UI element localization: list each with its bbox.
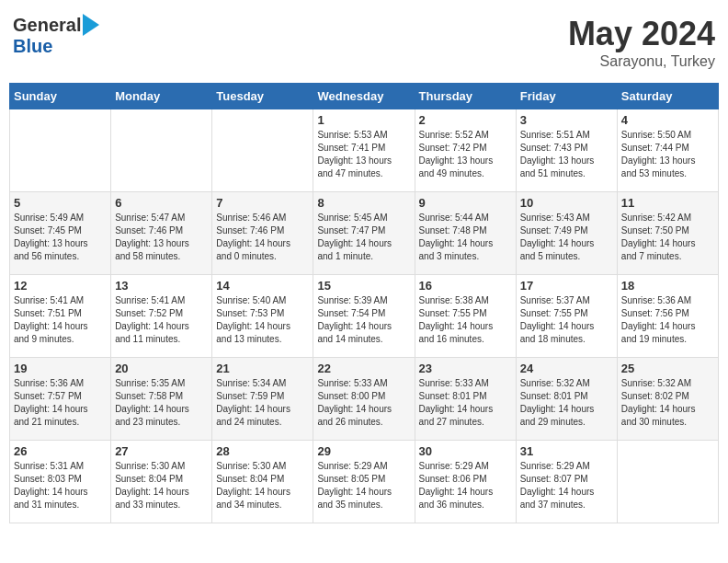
calendar-cell: 26Sunrise: 5:31 AM Sunset: 8:03 PM Dayli… (10, 441, 111, 523)
calendar-week-row: 19Sunrise: 5:36 AM Sunset: 7:57 PM Dayli… (10, 358, 719, 441)
calendar-cell: 21Sunrise: 5:34 AM Sunset: 7:59 PM Dayli… (212, 358, 313, 441)
day-number: 13 (115, 279, 208, 293)
day-info: Sunrise: 5:32 AM Sunset: 8:01 PM Dayligh… (520, 377, 613, 429)
day-number: 8 (317, 196, 410, 210)
day-number: 1 (317, 113, 410, 127)
day-of-week-header: Saturday (617, 84, 718, 109)
day-info: Sunrise: 5:31 AM Sunset: 8:03 PM Dayligh… (14, 460, 107, 511)
calendar-cell: 25Sunrise: 5:32 AM Sunset: 8:02 PM Dayli… (617, 358, 718, 441)
day-number: 6 (115, 196, 208, 210)
day-number: 18 (621, 279, 714, 293)
day-of-week-header: Monday (111, 84, 212, 109)
day-info: Sunrise: 5:38 AM Sunset: 7:55 PM Dayligh… (419, 294, 512, 346)
calendar-cell: 30Sunrise: 5:29 AM Sunset: 8:06 PM Dayli… (415, 441, 516, 523)
day-number: 4 (621, 113, 714, 127)
day-info: Sunrise: 5:34 AM Sunset: 7:59 PM Dayligh… (216, 377, 309, 429)
day-info: Sunrise: 5:50 AM Sunset: 7:44 PM Dayligh… (621, 129, 714, 180)
day-of-week-header: Friday (516, 84, 617, 109)
day-info: Sunrise: 5:51 AM Sunset: 7:43 PM Dayligh… (520, 129, 613, 180)
calendar-cell: 18Sunrise: 5:36 AM Sunset: 7:56 PM Dayli… (617, 275, 718, 358)
logo-blue: Blue (13, 36, 52, 56)
logo-arrow-icon (83, 14, 99, 36)
calendar-cell: 1Sunrise: 5:53 AM Sunset: 7:41 PM Daylig… (313, 109, 415, 192)
calendar-cell: 28Sunrise: 5:30 AM Sunset: 8:04 PM Dayli… (212, 441, 313, 523)
calendar-cell: 29Sunrise: 5:29 AM Sunset: 8:05 PM Dayli… (313, 441, 415, 523)
day-info: Sunrise: 5:53 AM Sunset: 7:41 PM Dayligh… (317, 129, 410, 180)
day-info: Sunrise: 5:36 AM Sunset: 7:57 PM Dayligh… (14, 377, 107, 429)
calendar-cell: 8Sunrise: 5:45 AM Sunset: 7:47 PM Daylig… (313, 192, 415, 275)
day-number: 30 (419, 444, 512, 458)
calendar-cell: 17Sunrise: 5:37 AM Sunset: 7:55 PM Dayli… (516, 275, 617, 358)
day-info: Sunrise: 5:37 AM Sunset: 7:55 PM Dayligh… (520, 294, 613, 346)
calendar-title: May 2024 (568, 15, 715, 53)
calendar-cell: 6Sunrise: 5:47 AM Sunset: 7:46 PM Daylig… (111, 192, 212, 275)
calendar-cell: 3Sunrise: 5:51 AM Sunset: 7:43 PM Daylig… (516, 109, 617, 192)
calendar-cell: 5Sunrise: 5:49 AM Sunset: 7:45 PM Daylig… (10, 192, 111, 275)
day-info: Sunrise: 5:29 AM Sunset: 8:07 PM Dayligh… (520, 460, 613, 511)
calendar-cell: 13Sunrise: 5:41 AM Sunset: 7:52 PM Dayli… (111, 275, 212, 358)
day-info: Sunrise: 5:46 AM Sunset: 7:46 PM Dayligh… (216, 212, 309, 263)
day-of-week-header: Wednesday (313, 84, 415, 109)
day-info: Sunrise: 5:42 AM Sunset: 7:50 PM Dayligh… (621, 212, 714, 263)
calendar-cell (212, 109, 313, 192)
day-number: 5 (14, 196, 107, 210)
calendar-cell: 19Sunrise: 5:36 AM Sunset: 7:57 PM Dayli… (10, 358, 111, 441)
day-info: Sunrise: 5:33 AM Sunset: 8:01 PM Dayligh… (419, 377, 512, 429)
day-of-week-header: Thursday (415, 84, 516, 109)
day-number: 24 (520, 362, 613, 375)
day-number: 28 (216, 444, 309, 458)
calendar-cell: 10Sunrise: 5:43 AM Sunset: 7:49 PM Dayli… (516, 192, 617, 275)
calendar-cell: 23Sunrise: 5:33 AM Sunset: 8:01 PM Dayli… (415, 358, 516, 441)
calendar-cell: 15Sunrise: 5:39 AM Sunset: 7:54 PM Dayli… (313, 275, 415, 358)
calendar-cell: 24Sunrise: 5:32 AM Sunset: 8:01 PM Dayli… (516, 358, 617, 441)
day-info: Sunrise: 5:40 AM Sunset: 7:53 PM Dayligh… (216, 294, 309, 346)
day-info: Sunrise: 5:29 AM Sunset: 8:06 PM Dayligh… (419, 460, 512, 511)
calendar-week-row: 26Sunrise: 5:31 AM Sunset: 8:03 PM Dayli… (10, 441, 719, 523)
calendar-cell: 2Sunrise: 5:52 AM Sunset: 7:42 PM Daylig… (415, 109, 516, 192)
logo: General Blue (13, 15, 99, 57)
day-number: 20 (115, 362, 208, 375)
day-info: Sunrise: 5:30 AM Sunset: 8:04 PM Dayligh… (115, 460, 208, 511)
calendar-week-row: 12Sunrise: 5:41 AM Sunset: 7:51 PM Dayli… (10, 275, 719, 358)
calendar-cell: 12Sunrise: 5:41 AM Sunset: 7:51 PM Dayli… (10, 275, 111, 358)
calendar-cell: 27Sunrise: 5:30 AM Sunset: 8:04 PM Dayli… (111, 441, 212, 523)
day-number: 26 (14, 444, 107, 458)
calendar-cell (111, 109, 212, 192)
calendar-cell (617, 441, 718, 523)
day-info: Sunrise: 5:35 AM Sunset: 7:58 PM Dayligh… (115, 377, 208, 429)
day-number: 16 (419, 279, 512, 293)
day-number: 22 (317, 362, 410, 375)
calendar-cell: 20Sunrise: 5:35 AM Sunset: 7:58 PM Dayli… (111, 358, 212, 441)
day-of-week-header: Tuesday (212, 84, 313, 109)
day-number: 31 (520, 444, 613, 458)
day-number: 11 (621, 196, 714, 210)
day-number: 14 (216, 279, 309, 293)
day-info: Sunrise: 5:44 AM Sunset: 7:48 PM Dayligh… (419, 212, 512, 263)
day-info: Sunrise: 5:36 AM Sunset: 7:56 PM Dayligh… (621, 294, 714, 346)
day-info: Sunrise: 5:41 AM Sunset: 7:52 PM Dayligh… (115, 294, 208, 346)
day-number: 3 (520, 113, 613, 127)
day-info: Sunrise: 5:41 AM Sunset: 7:51 PM Dayligh… (14, 294, 107, 346)
day-number: 10 (520, 196, 613, 210)
title-block: May 2024 Sarayonu, Turkey (568, 15, 715, 70)
calendar-cell: 7Sunrise: 5:46 AM Sunset: 7:46 PM Daylig… (212, 192, 313, 275)
day-info: Sunrise: 5:32 AM Sunset: 8:02 PM Dayligh… (621, 377, 714, 429)
day-info: Sunrise: 5:29 AM Sunset: 8:05 PM Dayligh… (317, 460, 410, 511)
calendar-cell: 22Sunrise: 5:33 AM Sunset: 8:00 PM Dayli… (313, 358, 415, 441)
day-info: Sunrise: 5:30 AM Sunset: 8:04 PM Dayligh… (216, 460, 309, 511)
day-info: Sunrise: 5:39 AM Sunset: 7:54 PM Dayligh… (317, 294, 410, 346)
calendar-cell: 16Sunrise: 5:38 AM Sunset: 7:55 PM Dayli… (415, 275, 516, 358)
day-number: 19 (14, 362, 107, 375)
day-info: Sunrise: 5:49 AM Sunset: 7:45 PM Dayligh… (14, 212, 107, 263)
day-number: 7 (216, 196, 309, 210)
calendar-cell: 9Sunrise: 5:44 AM Sunset: 7:48 PM Daylig… (415, 192, 516, 275)
calendar-cell (10, 109, 111, 192)
calendar-cell: 14Sunrise: 5:40 AM Sunset: 7:53 PM Dayli… (212, 275, 313, 358)
calendar-cell: 4Sunrise: 5:50 AM Sunset: 7:44 PM Daylig… (617, 109, 718, 192)
calendar-week-row: 1Sunrise: 5:53 AM Sunset: 7:41 PM Daylig… (10, 109, 719, 192)
day-info: Sunrise: 5:45 AM Sunset: 7:47 PM Dayligh… (317, 212, 410, 263)
logo-general: General (13, 15, 81, 36)
calendar-week-row: 5Sunrise: 5:49 AM Sunset: 7:45 PM Daylig… (10, 192, 719, 275)
day-number: 23 (419, 362, 512, 375)
day-number: 12 (14, 279, 107, 293)
